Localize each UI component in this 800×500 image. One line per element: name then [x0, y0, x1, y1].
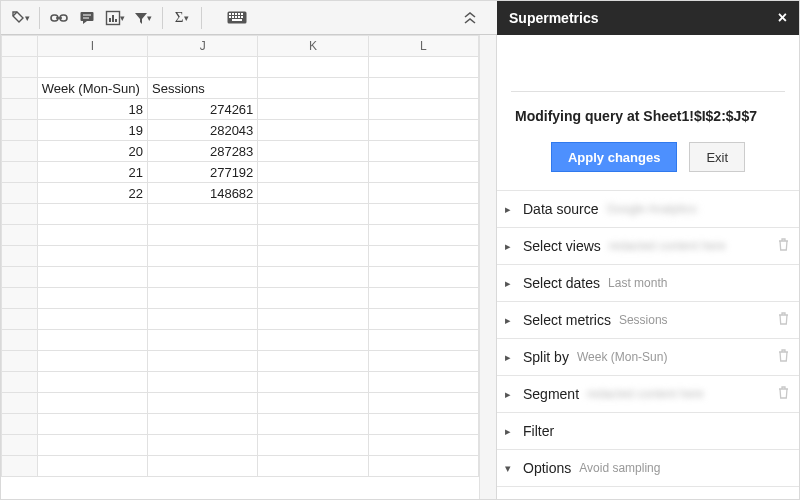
section-filter[interactable]: ▸Filter — [497, 413, 799, 450]
row-header[interactable] — [2, 183, 38, 204]
cell[interactable] — [37, 309, 147, 330]
column-header[interactable]: I — [37, 36, 147, 57]
cell[interactable] — [37, 225, 147, 246]
cell[interactable] — [368, 309, 478, 330]
spreadsheet[interactable]: IJKLWeek (Mon-Sun)Sessions18274261192820… — [1, 35, 497, 499]
cell[interactable] — [37, 57, 147, 78]
cell[interactable]: 18 — [37, 99, 147, 120]
cell[interactable] — [368, 246, 478, 267]
cell[interactable] — [148, 225, 258, 246]
row-header[interactable] — [2, 414, 38, 435]
comment-icon[interactable] — [74, 5, 100, 31]
cell[interactable] — [37, 372, 147, 393]
cell[interactable] — [148, 288, 258, 309]
section-options[interactable]: ▾OptionsAvoid sampling — [497, 450, 799, 487]
cell[interactable] — [368, 330, 478, 351]
insert-chart-icon[interactable]: ▾ — [102, 5, 128, 31]
row-header[interactable] — [2, 225, 38, 246]
cell[interactable] — [368, 141, 478, 162]
trash-icon[interactable] — [778, 312, 789, 328]
cell[interactable] — [148, 372, 258, 393]
section-data-source[interactable]: ▸Data sourceGoogle Analytics: — [497, 191, 799, 228]
cell[interactable] — [148, 393, 258, 414]
row-header[interactable] — [2, 162, 38, 183]
cell[interactable] — [258, 78, 368, 99]
section-select-metrics[interactable]: ▸Select metricsSessions — [497, 302, 799, 339]
row-header[interactable] — [2, 288, 38, 309]
cell[interactable] — [258, 414, 368, 435]
cell[interactable] — [368, 372, 478, 393]
cell[interactable] — [37, 330, 147, 351]
cell[interactable] — [368, 414, 478, 435]
section-split-by[interactable]: ▸Split byWeek (Mon-Sun) — [497, 339, 799, 376]
cell[interactable] — [148, 414, 258, 435]
column-header[interactable]: L — [368, 36, 478, 57]
cell[interactable] — [258, 435, 368, 456]
cell[interactable] — [368, 78, 478, 99]
trash-icon[interactable] — [778, 238, 789, 254]
cell[interactable] — [258, 57, 368, 78]
filter-icon[interactable]: ▾ — [130, 5, 156, 31]
cell[interactable] — [258, 288, 368, 309]
cell[interactable] — [368, 225, 478, 246]
cell[interactable]: Week (Mon-Sun) — [37, 78, 147, 99]
close-icon[interactable]: × — [778, 9, 787, 27]
row-header[interactable] — [2, 204, 38, 225]
cell[interactable] — [258, 183, 368, 204]
cell[interactable] — [148, 351, 258, 372]
cell[interactable] — [258, 225, 368, 246]
spreadsheet-grid[interactable]: IJKLWeek (Mon-Sun)Sessions18274261192820… — [1, 35, 479, 477]
vertical-scrollbar[interactable] — [479, 35, 496, 499]
cell[interactable] — [368, 267, 478, 288]
cell[interactable]: 20 — [37, 141, 147, 162]
row-header[interactable] — [2, 267, 38, 288]
row-header[interactable] — [2, 120, 38, 141]
cell[interactable] — [37, 414, 147, 435]
cell[interactable] — [368, 288, 478, 309]
collapse-icon[interactable] — [457, 5, 483, 31]
cell[interactable]: 19 — [37, 120, 147, 141]
link-icon[interactable] — [46, 5, 72, 31]
column-header[interactable]: J — [148, 36, 258, 57]
row-header[interactable] — [2, 99, 38, 120]
cell[interactable] — [148, 267, 258, 288]
row-header[interactable] — [2, 246, 38, 267]
cell[interactable]: Sessions — [148, 78, 258, 99]
cell[interactable] — [258, 351, 368, 372]
cell[interactable] — [148, 456, 258, 477]
section-select-views[interactable]: ▸Select viewsredacted content here — [497, 228, 799, 265]
cell[interactable] — [368, 99, 478, 120]
cell[interactable] — [148, 57, 258, 78]
section-select-dates[interactable]: ▸Select datesLast month — [497, 265, 799, 302]
column-header[interactable]: K — [258, 36, 368, 57]
cell[interactable]: 287283 — [148, 141, 258, 162]
cell[interactable] — [148, 330, 258, 351]
cell[interactable] — [37, 204, 147, 225]
cell[interactable] — [368, 57, 478, 78]
cell[interactable] — [258, 99, 368, 120]
cell[interactable]: 274261 — [148, 99, 258, 120]
keyboard-icon[interactable] — [224, 5, 250, 31]
cell[interactable]: 282043 — [148, 120, 258, 141]
cell[interactable] — [37, 351, 147, 372]
trash-icon[interactable] — [778, 386, 789, 402]
cell[interactable] — [37, 435, 147, 456]
cell[interactable] — [148, 246, 258, 267]
row-header[interactable] — [2, 351, 38, 372]
cell[interactable] — [258, 141, 368, 162]
cell[interactable]: 148682 — [148, 183, 258, 204]
apply-changes-button[interactable]: Apply changes — [551, 142, 677, 172]
cell[interactable] — [258, 330, 368, 351]
cell[interactable] — [368, 204, 478, 225]
cell[interactable] — [368, 162, 478, 183]
row-header[interactable] — [2, 456, 38, 477]
row-header[interactable] — [2, 393, 38, 414]
cell[interactable] — [258, 246, 368, 267]
cell[interactable] — [258, 309, 368, 330]
row-header[interactable] — [2, 330, 38, 351]
cell[interactable] — [258, 162, 368, 183]
row-header[interactable] — [2, 435, 38, 456]
paint-format-icon[interactable]: ▾ — [7, 5, 33, 31]
cell[interactable]: 22 — [37, 183, 147, 204]
cell[interactable] — [258, 204, 368, 225]
